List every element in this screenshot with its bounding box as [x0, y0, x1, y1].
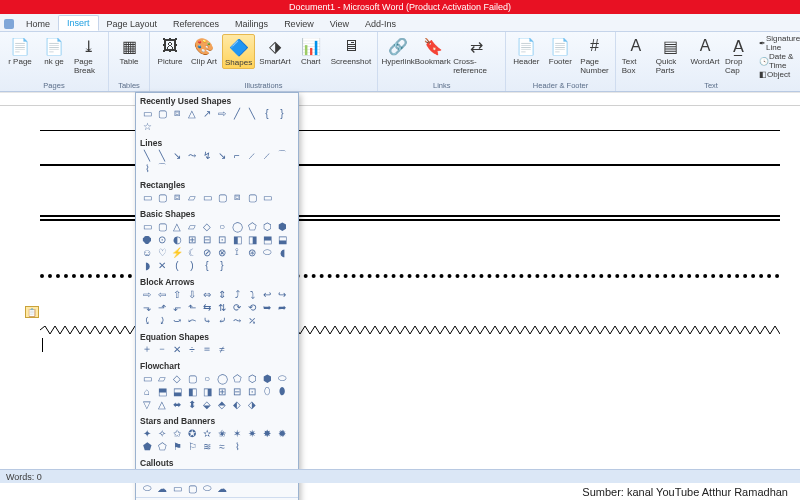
shape-item[interactable]: ◇ [200, 220, 214, 232]
shape-item[interactable]: ⊞ [185, 233, 199, 245]
shape-item[interactable]: ⤻ [170, 314, 184, 326]
shape-item[interactable]: ╱ [230, 107, 244, 119]
shape-item[interactable]: ↘ [170, 149, 184, 161]
shape-item[interactable]: ⌂ [140, 385, 154, 397]
shape-item[interactable]: ▭ [140, 191, 154, 203]
shape-item[interactable]: ↪ [275, 288, 289, 300]
shape-item[interactable]: ⧈ [230, 191, 244, 203]
shape-item[interactable]: ⊘ [200, 246, 214, 258]
shape-item[interactable]: ⬘ [215, 398, 229, 410]
shape-item[interactable]: ⧈ [170, 191, 184, 203]
screenshot-button[interactable]: 🖥Screenshot [329, 34, 373, 69]
shape-item[interactable]: ⊟ [200, 233, 214, 245]
shape-item[interactable]: ⬭ [200, 482, 214, 494]
shape-item[interactable]: ✩ [170, 427, 184, 439]
shape-item[interactable]: ⤳ [230, 314, 244, 326]
shape-item[interactable]: ↘ [215, 149, 229, 161]
object-button[interactable]: ◧ Object [757, 70, 800, 79]
shape-item[interactable]: ✫ [200, 427, 214, 439]
shape-item[interactable]: ▭ [260, 191, 274, 203]
shape-item[interactable]: ⬡ [260, 220, 274, 232]
shape-item[interactable]: ÷ [185, 343, 199, 355]
tab-home[interactable]: Home [18, 17, 58, 31]
shape-item[interactable]: ⬢ [275, 220, 289, 232]
shape-item[interactable]: ⊞ [215, 385, 229, 397]
shape-item[interactable]: ▭ [170, 482, 184, 494]
shape-item[interactable]: ⬐ [170, 301, 184, 313]
shape-item[interactable]: ⬏ [155, 301, 169, 313]
chart-button[interactable]: 📊Chart [295, 34, 327, 69]
shape-item[interactable]: } [275, 107, 289, 119]
shape-item[interactable]: ▢ [245, 191, 259, 203]
shape-item[interactable]: ➦ [275, 301, 289, 313]
wordart-button[interactable]: AWordArt [689, 34, 721, 79]
shape-item[interactable]: ▱ [155, 372, 169, 384]
shape-item[interactable]: △ [155, 398, 169, 410]
shape-item[interactable]: ⤸ [155, 314, 169, 326]
horizontal-ruler[interactable] [0, 92, 800, 106]
shape-item[interactable]: ☆ [140, 120, 154, 132]
cover-page-button[interactable]: 📄r Page [4, 34, 36, 76]
shape-item[interactable]: ⬠ [245, 220, 259, 232]
paste-options-icon[interactable]: 📋 [25, 306, 39, 318]
shape-item[interactable]: ⬒ [260, 233, 274, 245]
shape-item[interactable]: { [260, 107, 274, 119]
shape-item[interactable]: ▢ [155, 191, 169, 203]
shape-item[interactable]: ✷ [245, 427, 259, 439]
shape-item[interactable]: ≠ [215, 343, 229, 355]
shape-item[interactable]: ⟟ [230, 246, 244, 258]
footer-button[interactable]: 📄Footer [544, 34, 576, 76]
shape-item[interactable]: ◨ [245, 233, 259, 245]
shape-item[interactable]: ○ [215, 220, 229, 232]
shape-item[interactable]: ⚑ [170, 440, 184, 452]
shape-item[interactable]: ⊟ [230, 385, 244, 397]
shape-item[interactable]: ⬢ [260, 372, 274, 384]
word-count[interactable]: Words: 0 [6, 472, 42, 482]
shape-item[interactable]: ⊗ [215, 246, 229, 258]
shape-item[interactable]: ⬒ [155, 385, 169, 397]
shape-item[interactable]: ⚐ [185, 440, 199, 452]
shape-item[interactable]: ▢ [155, 220, 169, 232]
blank-page-button[interactable]: 📄nk ge [38, 34, 70, 76]
shape-item[interactable]: ⬓ [275, 233, 289, 245]
shape-item[interactable]: ⤴ [230, 288, 244, 300]
shape-item[interactable]: ☁ [215, 482, 229, 494]
shape-item[interactable]: ╲ [140, 149, 154, 161]
shape-item[interactable]: ⇩ [185, 288, 199, 300]
shape-item[interactable]: { [200, 259, 214, 271]
shape-item[interactable]: ⌒ [275, 149, 289, 161]
shape-item[interactable]: ✸ [260, 427, 274, 439]
shape-item[interactable]: ⬟ [140, 440, 154, 452]
shape-item[interactable]: ⇧ [170, 288, 184, 300]
shapes-button[interactable]: 🔷Shapes [222, 34, 255, 69]
shape-item[interactable]: ⧈ [170, 107, 184, 119]
shape-item[interactable]: ▭ [200, 191, 214, 203]
shape-item[interactable]: ⬑ [185, 301, 199, 313]
shape-item[interactable]: ✶ [230, 427, 244, 439]
shape-item[interactable]: ◗ [140, 259, 154, 271]
shape-item[interactable]: ≈ [215, 440, 229, 452]
shape-item[interactable]: ⤶ [215, 314, 229, 326]
shape-item[interactable]: ✧ [155, 427, 169, 439]
shape-item[interactable]: ▢ [185, 372, 199, 384]
document-area[interactable]: 📋 [0, 106, 800, 476]
shape-item[interactable]: ✬ [215, 427, 229, 439]
shape-item[interactable]: ⇨ [215, 107, 229, 119]
shape-item[interactable]: ⟋ [245, 149, 259, 161]
crossref-button[interactable]: ⇄Cross-reference [451, 34, 501, 76]
shape-item[interactable]: ▱ [185, 191, 199, 203]
shape-item[interactable]: ⇨ [140, 288, 154, 300]
shape-item[interactable]: ⬭ [260, 246, 274, 258]
shape-item[interactable]: ⬗ [245, 398, 259, 410]
shape-item[interactable]: ⬭ [140, 482, 154, 494]
shape-item[interactable]: ＋ [140, 343, 154, 355]
shape-item[interactable]: ⬠ [155, 440, 169, 452]
shape-item[interactable]: ⬙ [200, 398, 214, 410]
shape-item[interactable]: △ [185, 107, 199, 119]
pagenum-button[interactable]: #Page Number [578, 34, 610, 76]
shape-item[interactable]: ⌒ [155, 162, 169, 174]
shape-item[interactable]: ⬌ [170, 398, 184, 410]
shape-item[interactable]: ⇅ [215, 301, 229, 313]
shape-item[interactable]: ⬎ [140, 301, 154, 313]
shape-item[interactable]: ◯ [215, 372, 229, 384]
